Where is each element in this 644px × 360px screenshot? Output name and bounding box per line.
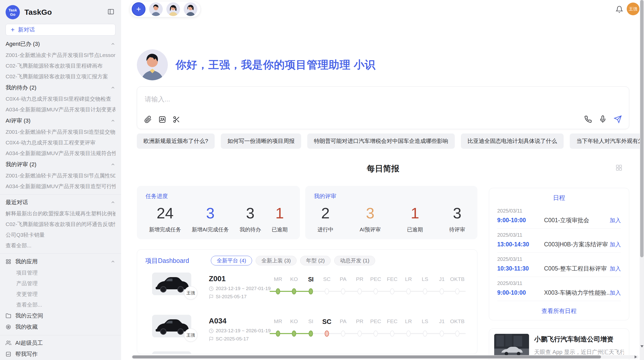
list-item[interactable]: A034-全新新能源MUV产品开发项目计划变更表编写 [6,104,115,115]
milestone-node[interactable] [341,331,345,337]
my-favorites[interactable]: 我的收藏 [6,321,115,333]
attachment-icon[interactable] [144,116,152,123]
section-my-apps[interactable]: 我的应用 [6,256,115,267]
milestone-node[interactable] [276,331,280,337]
sidebar-toggle-icon[interactable] [107,8,114,15]
app-item-product-mgmt[interactable]: 产品管理 [6,278,115,289]
milestone-node[interactable] [455,288,460,294]
list-item[interactable]: C0X4-动力总成开发项目工程变更评审 [6,137,115,148]
notification-bell-icon[interactable] [616,6,623,13]
scroll-right-arrow-icon[interactable] [635,355,637,358]
list-item[interactable]: C02-飞腾新能源轻客改款项目的闭环通告反馈情况 [6,219,115,230]
schedule-item: 2025/03/11 13:00-14:30 C003|H0B-方案冻结评审 加… [497,229,621,253]
milestone-node[interactable] [341,288,345,294]
chevron-up-icon[interactable] [110,259,115,264]
milestone-node[interactable] [276,288,280,294]
horizontal-scrollbar-thumb[interactable] [132,355,601,358]
my-cloud-space[interactable]: 我的云空间 [6,310,115,321]
suggestion-chip[interactable]: 特朗普可能对进口汽车增税会对中国车企造成哪些影响 [307,133,455,149]
vertical-scrollbar[interactable] [640,0,644,360]
milestone-node[interactable] [309,288,313,294]
scroll-down-arrow-icon[interactable] [640,345,643,348]
suggestion-chip[interactable]: 当下年轻人对汽车外观有怎样的喜好趋势 [570,133,644,149]
project-row[interactable]: 王强 A034 2023-12-19 ~ 2026-01-19 SC-2025-… [137,315,477,354]
list-item[interactable]: A034-全新新能源MUV产品开发项目造型可行性评审 [6,181,115,192]
milestone-node[interactable] [455,331,460,337]
section-ai-review[interactable]: AI评审 (3) [6,115,115,127]
agent-avatar[interactable] [184,2,197,16]
milestone-label: OKTB [450,318,464,324]
agent-avatar[interactable] [166,2,180,16]
phone-icon[interactable] [584,115,592,123]
tab-superstructure[interactable]: 全新上装 (3) [256,256,297,265]
section-my-review[interactable]: 我的评审 (2) [6,159,115,170]
user-avatar[interactable]: 王强 [627,3,639,15]
agent-avatar[interactable] [149,2,163,16]
view-all-link[interactable]: 查看全部... [6,240,115,251]
tab-model-year[interactable]: 年型 (2) [300,256,331,265]
milestone-node[interactable] [406,288,411,294]
milestone-node[interactable] [406,331,411,337]
section-recent-chats[interactable]: 最近对话 [6,197,115,208]
milestone-node[interactable] [325,288,329,294]
stat: 3我的待办 [240,203,261,233]
list-item[interactable]: C02-飞腾新能源轻客改款项目立项汇报方案 [6,71,115,82]
chevron-up-icon[interactable] [110,162,115,167]
chevron-up-icon[interactable] [110,85,115,90]
milestone-node[interactable] [358,288,362,294]
message-composer[interactable]: 请输入... [137,86,629,129]
list-item[interactable]: C02-飞腾新能源轻客改款项目里程碑画布 [6,61,115,71]
join-link[interactable]: 加入 [610,289,621,297]
view-all-link[interactable]: 查看全部... [6,299,115,310]
milestone-node[interactable] [440,331,444,337]
section-agent-done[interactable]: Agent已办 (3) [6,38,115,50]
chevron-up-icon[interactable] [110,200,115,205]
project-row[interactable]: 王强 Z001 2023-12-19 ~ 2027-01-19 SI-2025-… [137,273,477,315]
new-chat-button[interactable]: 新对话 [6,24,115,36]
help-me-write[interactable]: 帮我写作 [6,349,115,360]
milestone-node[interactable] [390,331,394,337]
milestone-node[interactable] [423,288,427,294]
milestone-node[interactable] [374,331,378,337]
chevron-up-icon[interactable] [110,41,115,47]
send-icon[interactable] [614,115,622,123]
suggestion-chip[interactable]: 如何写一份清晰的项目周报 [221,133,301,149]
microphone-icon[interactable] [599,115,607,123]
section-my-todo[interactable]: 我的待办 (2) [6,82,115,94]
list-item[interactable]: 解释最新出台的欧盟报废车法规再生塑料比例被调至15%... [6,208,115,219]
app-item-project-mgmt[interactable]: 项目管理 [6,267,115,278]
join-link[interactable]: 加入 [610,241,621,248]
milestone-node-current[interactable] [325,331,329,337]
horizontal-scrollbar[interactable] [131,355,638,359]
milestone-node[interactable] [374,288,378,294]
view-all-schedule-link[interactable]: 查看所有日程 [497,301,621,315]
list-item[interactable]: Z001-全新燃油皮卡产品开发项目SI节点Lesson Learn报告 [6,50,115,61]
milestone-node[interactable] [309,331,313,337]
milestone-node[interactable] [390,288,394,294]
vertical-scrollbar-thumb[interactable] [640,0,643,257]
join-link[interactable]: 加入 [610,217,621,224]
list-item[interactable]: A034-全新新能源MUV产品开发项目法规符合性评审 [6,148,115,159]
suggestion-chip[interactable]: 欧洲新规最近颁布了什么? [137,133,215,149]
suggestion-chip[interactable]: 比亚迪全固态电池计划具体说了什么 [461,133,564,149]
ai-super-staff[interactable]: AI超级员工 [6,337,115,349]
milestone-node[interactable] [292,331,296,337]
list-item[interactable]: Z001-全新燃油轻卡产品开发项目SI造型提交物评审 [6,127,115,137]
list-item[interactable]: C0X4-动力总成开发项目SI里程碑提交物检查 [6,94,115,104]
list-item[interactable]: 公司Q3轻卡销量 [6,230,115,240]
app-item-change-mgmt[interactable]: 变更管理 [6,289,115,299]
tab-platform[interactable]: 全新平台 (4) [211,256,252,265]
milestone-node[interactable] [423,331,427,337]
list-item[interactable]: Z001-全新燃油轻卡产品开发项目SI节点属性5D文件评审 [6,170,115,181]
image-upload-icon[interactable] [158,116,166,123]
chevron-up-icon[interactable] [110,118,115,123]
milestone-node[interactable] [358,331,362,337]
milestone-node[interactable] [440,288,444,294]
milestone-node[interactable] [292,288,296,294]
news-title: 小鹏飞行汽车制造公司增资 [534,335,624,344]
tab-powertrain[interactable]: 动总开发 (1) [334,256,375,265]
layout-grid-icon[interactable] [616,164,622,171]
scissors-icon[interactable] [173,116,180,123]
add-agent-button[interactable] [132,2,145,16]
join-link[interactable]: 加入 [610,265,621,273]
